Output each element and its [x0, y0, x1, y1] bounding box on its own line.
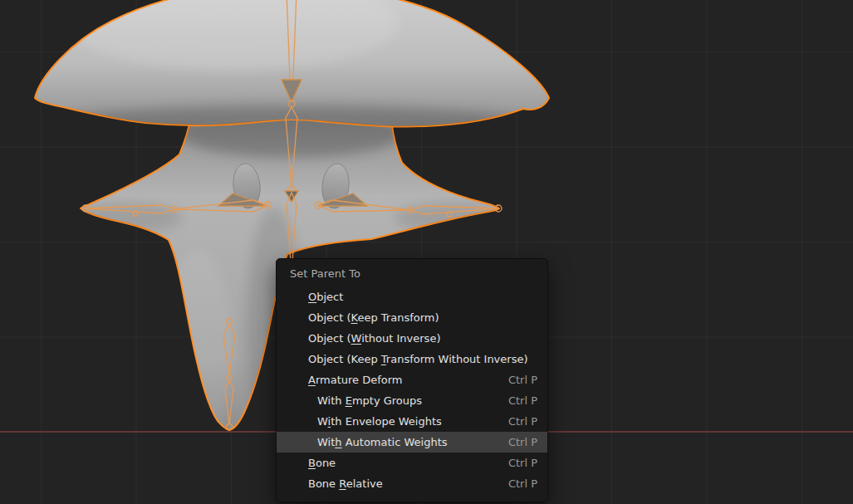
- menu-item-label: Object (Without Inverse): [308, 332, 524, 345]
- menu-item-shortcut: Ctrl P: [508, 457, 537, 469]
- menu-item-object-keep-transform[interactable]: Object (Keep Transform): [277, 307, 547, 328]
- menu-item-label: Bone: [308, 457, 495, 469]
- menu-item-bone-relative[interactable]: Bone Relative Ctrl P: [277, 473, 547, 494]
- menu-item-object[interactable]: Object: [277, 286, 547, 307]
- menu-item-shortcut: Ctrl P: [508, 477, 537, 490]
- menu-item-shortcut: Ctrl P: [508, 436, 537, 448]
- menu-item-with-empty-groups[interactable]: With Empty Groups Ctrl P: [277, 390, 547, 411]
- menu-item-armature-deform[interactable]: Armature Deform Ctrl P: [277, 369, 547, 390]
- menu-title: Set Parent To: [277, 259, 547, 286]
- menu-item-shortcut: Ctrl P: [508, 374, 537, 386]
- menu-item-object-keep-transform-without-inverse[interactable]: Object (Keep Transform Without Inverse): [277, 349, 547, 369]
- menu-item-shortcut: Ctrl P: [508, 394, 537, 407]
- set-parent-to-menu: Set Parent To Object Object (Keep Transf…: [276, 258, 548, 502]
- menu-item-label: Object (Keep Transform Without Inverse): [308, 353, 528, 365]
- menu-item-label: With Envelope Weights: [317, 415, 495, 428]
- menu-item-with-automatic-weights[interactable]: With Automatic Weights Ctrl P: [277, 432, 547, 453]
- menu-item-label: Object: [308, 291, 524, 303]
- menu-item-label: With Automatic Weights: [317, 436, 495, 448]
- menu-item-with-envelope-weights[interactable]: With Envelope Weights Ctrl P: [277, 411, 547, 432]
- menu-item-bone[interactable]: Bone Ctrl P: [277, 453, 547, 473]
- menu-item-label: Armature Deform: [308, 374, 495, 386]
- menu-item-label: Bone Relative: [308, 477, 495, 490]
- 3d-viewport[interactable]: Set Parent To Object Object (Keep Transf…: [0, 0, 853, 504]
- menu-item-label: With Empty Groups: [317, 394, 495, 407]
- menu-item-label: Object (Keep Transform): [308, 311, 524, 324]
- menu-item-object-without-inverse[interactable]: Object (Without Inverse): [277, 328, 547, 349]
- menu-item-shortcut: Ctrl P: [508, 415, 537, 428]
